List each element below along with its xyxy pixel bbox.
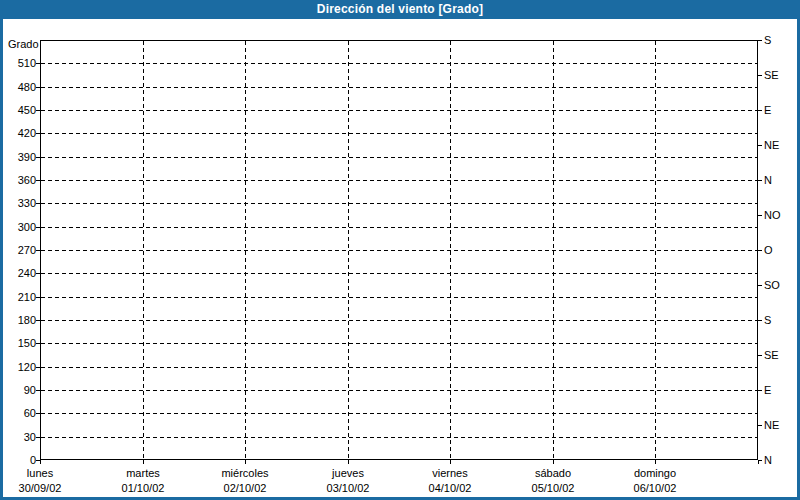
y-axis-tick-left <box>36 250 40 251</box>
x-tick-label: viernes04/10/02 <box>398 466 502 496</box>
y-gridline <box>41 367 757 368</box>
y-axis-tick-left <box>36 413 40 414</box>
y-gridline <box>41 250 757 251</box>
compass-tick-label: NO <box>764 209 781 221</box>
x-axis-tick <box>553 460 554 464</box>
x-tick-day: viernes <box>398 466 502 481</box>
y-gridline <box>41 297 757 298</box>
y-axis-tick-right <box>758 355 762 356</box>
x-tick-day: lunes <box>0 466 92 481</box>
y-axis-tick-left <box>36 273 40 274</box>
x-gridline <box>348 41 349 459</box>
y-axis-title: Grado <box>8 38 39 50</box>
x-tick-date: 04/10/02 <box>398 481 502 496</box>
window-frame-left <box>0 19 3 500</box>
title-bar: Dirección del viento [Grado] <box>0 0 800 19</box>
x-axis-tick <box>245 460 246 464</box>
y-axis-tick-left <box>36 110 40 111</box>
y-tick-label-left: 330 <box>4 197 36 209</box>
y-axis-tick-right <box>758 215 762 216</box>
compass-tick-label: SE <box>764 69 779 81</box>
y-tick-label-left: 210 <box>4 291 36 303</box>
compass-tick-label: S <box>764 34 771 46</box>
y-tick-label-left: 150 <box>4 337 36 349</box>
wind-direction-chart-window: Dirección del viento [Grado] Grado 03060… <box>0 0 800 500</box>
x-tick-day: domingo <box>603 466 707 481</box>
x-axis-tick <box>348 460 349 464</box>
y-axis-tick-left <box>36 63 40 64</box>
y-gridline <box>41 437 757 438</box>
y-axis-tick-left <box>36 157 40 158</box>
y-axis-tick-right <box>758 180 762 181</box>
compass-tick-label: N <box>764 454 772 466</box>
y-tick-label-left: 240 <box>4 267 36 279</box>
y-gridline <box>41 87 757 88</box>
y-axis-tick-left <box>36 203 40 204</box>
compass-tick-label: SE <box>764 349 779 361</box>
y-tick-label-left: 0 <box>4 454 36 466</box>
compass-tick-label: O <box>764 244 773 256</box>
x-axis-tick <box>758 460 759 464</box>
x-tick-day: martes <box>91 466 195 481</box>
x-axis-tick <box>143 460 144 464</box>
x-tick-day: miércoles <box>193 466 297 481</box>
y-axis-tick-right <box>758 75 762 76</box>
x-tick-label: jueves03/10/02 <box>296 466 400 496</box>
y-axis-tick-right <box>758 285 762 286</box>
compass-tick-label: N <box>764 174 772 186</box>
chart-title: Dirección del viento [Grado] <box>317 2 483 16</box>
compass-tick-label: NE <box>764 419 779 431</box>
y-tick-label-left: 30 <box>4 431 36 443</box>
x-tick-day: jueves <box>296 466 400 481</box>
x-axis-tick <box>450 460 451 464</box>
y-axis-tick-right <box>758 110 762 111</box>
x-tick-label: lunes30/09/02 <box>0 466 92 496</box>
y-gridline <box>41 320 757 321</box>
y-gridline <box>41 157 757 158</box>
x-tick-date: 06/10/02 <box>603 481 707 496</box>
y-axis-tick-right <box>758 40 762 41</box>
x-tick-day: sábado <box>501 466 605 481</box>
y-gridline <box>41 110 757 111</box>
y-axis-tick-left <box>36 390 40 391</box>
y-axis-tick-right <box>758 250 762 251</box>
y-tick-label-left: 90 <box>4 384 36 396</box>
y-tick-label-left: 360 <box>4 174 36 186</box>
compass-tick-label: NE <box>764 139 779 151</box>
y-tick-label-left: 420 <box>4 127 36 139</box>
y-tick-label-left: 270 <box>4 244 36 256</box>
compass-tick-label: E <box>764 104 771 116</box>
compass-tick-label: S <box>764 314 771 326</box>
y-axis-tick-right <box>758 425 762 426</box>
y-axis-tick-left <box>36 320 40 321</box>
x-tick-label: miércoles02/10/02 <box>193 466 297 496</box>
x-tick-label: domingo06/10/02 <box>603 466 707 496</box>
y-axis-tick-left <box>36 133 40 134</box>
y-axis-tick-left <box>36 87 40 88</box>
y-gridline <box>41 273 757 274</box>
y-axis-tick-right <box>758 390 762 391</box>
y-axis-tick-left <box>36 343 40 344</box>
y-gridline <box>41 180 757 181</box>
y-gridline <box>41 203 757 204</box>
x-tick-date: 01/10/02 <box>91 481 195 496</box>
x-tick-date: 05/10/02 <box>501 481 605 496</box>
y-gridline <box>41 413 757 414</box>
x-gridline <box>450 41 451 459</box>
y-axis-tick-right <box>758 320 762 321</box>
x-tick-label: sábado05/10/02 <box>501 466 605 496</box>
y-tick-label-left: 390 <box>4 151 36 163</box>
y-gridline <box>41 343 757 344</box>
y-gridline <box>41 133 757 134</box>
y-gridline <box>41 227 757 228</box>
x-tick-label: martes01/10/02 <box>91 466 195 496</box>
y-tick-label-left: 120 <box>4 361 36 373</box>
y-tick-label-left: 300 <box>4 221 36 233</box>
y-tick-label-left: 480 <box>4 81 36 93</box>
x-tick-date: 03/10/02 <box>296 481 400 496</box>
y-tick-label-left: 450 <box>4 104 36 116</box>
x-gridline <box>553 41 554 459</box>
y-tick-label-left: 180 <box>4 314 36 326</box>
compass-tick-label: SO <box>764 279 780 291</box>
y-axis-tick-right <box>758 145 762 146</box>
